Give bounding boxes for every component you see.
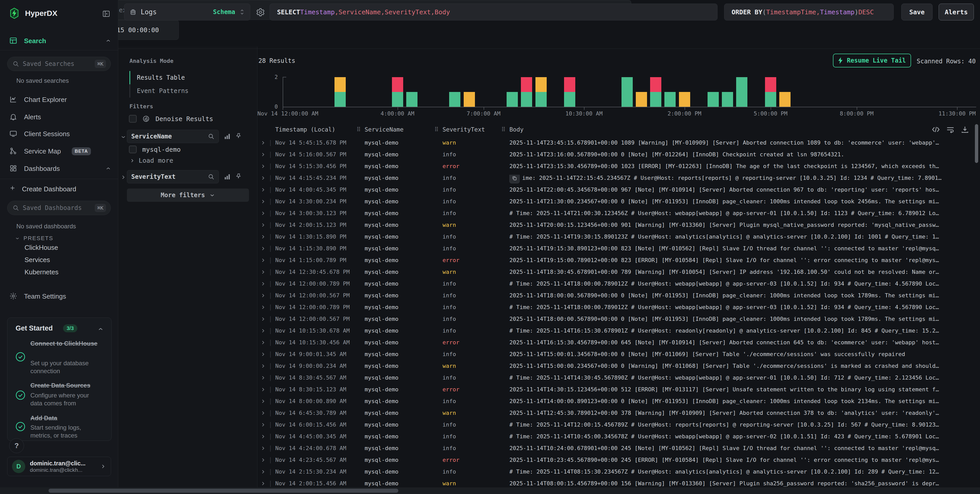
sidebar-item-team-settings[interactable]: Team Settings — [0, 290, 118, 303]
table-row[interactable]: Nov 14 8:30:15.123 AM mysql-demo error 2… — [258, 384, 980, 396]
table-row[interactable]: Nov 14 1:15:30.890 PM mysql-demo info 20… — [258, 243, 980, 255]
row-expand-icon[interactable] — [261, 222, 266, 228]
alerts-button[interactable]: Alerts — [939, 3, 974, 21]
histogram-bar-500pm[interactable] — [765, 77, 776, 107]
preset-item-services[interactable]: Services — [24, 256, 50, 264]
collapse-sidebar-icon[interactable] — [102, 10, 110, 18]
row-expand-icon[interactable] — [261, 281, 266, 287]
presets-header[interactable]: PRESETS — [15, 235, 53, 242]
histogram-bar-130pm[interactable] — [664, 92, 676, 107]
table-row[interactable]: Nov 14 10:15:30.678 AM mysql-demo info #… — [258, 325, 980, 337]
sidebar-item-search[interactable]: Search — [0, 35, 118, 47]
histogram-bar-400pm[interactable] — [736, 77, 748, 107]
table-row[interactable]: Nov 14 10:15:30.456 AM mysql-demo error … — [258, 337, 980, 349]
row-expand-icon[interactable] — [261, 293, 266, 298]
source-select[interactable]: Logs Schema — [124, 3, 250, 21]
get-started-step-title[interactable]: Create Data Sources — [30, 382, 98, 389]
row-expand-icon[interactable] — [261, 258, 266, 263]
row-expand-icon[interactable] — [261, 351, 266, 357]
histogram-bar-200am[interactable] — [334, 77, 346, 107]
chevron-down-icon[interactable] — [120, 134, 126, 140]
pin-icon[interactable] — [235, 173, 242, 180]
row-expand-icon[interactable] — [261, 164, 266, 169]
row-expand-icon[interactable] — [261, 434, 266, 439]
search-icon[interactable] — [208, 174, 215, 180]
saved-dashboards-input[interactable]: Saved Dashboards ⌘K — [7, 201, 111, 215]
histogram-bar-300pm[interactable] — [708, 92, 719, 107]
drag-handle-icon[interactable]: ⠿ — [501, 126, 506, 133]
sidebar-item-service-map[interactable]: Service Map BETA — [0, 145, 118, 157]
row-expand-icon[interactable] — [261, 387, 266, 392]
denoise-results-row[interactable]: Denoise Results — [129, 115, 213, 123]
resume-live-tail-button[interactable]: Resume Live Tail — [833, 54, 911, 67]
table-row[interactable]: Nov 14 12:00:00.789 PM mysql-demo info #… — [258, 278, 980, 290]
row-expand-icon[interactable] — [261, 457, 266, 463]
user-card[interactable]: D dominic.tran@clic... dominic.tran@clic… — [7, 457, 111, 476]
table-row[interactable]: Nov 14 3:00:30.123 PM mysql-demo info # … — [258, 208, 980, 220]
table-row[interactable]: Nov 14 8:30:45.567 AM mysql-demo info # … — [258, 372, 980, 384]
column-header-timestamp[interactable]: Timestamp (Local) — [275, 126, 335, 133]
table-row[interactable]: Nov 14 4:23:45.567 AM mysql-demo error 2… — [258, 454, 980, 466]
histogram-bar-400am[interactable] — [392, 77, 403, 107]
histogram-bar-200pm[interactable] — [679, 92, 690, 107]
row-expand-icon[interactable] — [261, 375, 266, 381]
histogram-bar-900am[interactable] — [535, 77, 547, 107]
table-row[interactable]: Nov 14 5:16:00.567 PM mysql-demo info 20… — [258, 149, 980, 161]
copy-icon[interactable] — [509, 175, 520, 183]
column-header-severitytext[interactable]: SeverityText — [442, 126, 485, 133]
table-row[interactable]: Nov 14 12:00:00.789 PM mysql-demo info #… — [258, 302, 980, 313]
get-started-step-title[interactable]: Connect to ClickHouse — [30, 340, 98, 347]
table-row[interactable]: Nov 14 4:15:45.234 PM mysql-demo info im… — [258, 172, 980, 184]
chevron-right-icon[interactable] — [120, 174, 126, 180]
row-expand-icon[interactable] — [261, 152, 266, 157]
row-expand-icon[interactable] — [261, 316, 266, 322]
row-expand-icon[interactable] — [261, 469, 266, 475]
order-by-input[interactable]: ORDER BY (TimestampTime, Timestamp) DESC — [724, 3, 894, 21]
denoise-checkbox[interactable] — [129, 115, 137, 123]
row-expand-icon[interactable] — [261, 199, 266, 204]
row-expand-icon[interactable] — [261, 269, 266, 275]
row-expand-icon[interactable] — [261, 340, 266, 345]
histogram-bar-330pm[interactable] — [722, 92, 733, 107]
code-view-icon[interactable] — [931, 125, 940, 134]
table-row[interactable]: Nov 14 5:45:15.678 PM mysql-demo warn 20… — [258, 137, 980, 149]
row-expand-icon[interactable] — [261, 234, 266, 240]
bar-chart-icon[interactable] — [223, 132, 231, 140]
row-expand-icon[interactable] — [261, 445, 266, 451]
table-row[interactable]: Nov 14 8:00:00.890 AM mysql-demo info 20… — [258, 396, 980, 407]
table-row[interactable]: Nov 14 12:00:00.567 PM mysql-demo info 2… — [258, 313, 980, 325]
table-row[interactable]: Nov 14 4:45:00.345 AM mysql-demo info # … — [258, 431, 980, 443]
table-row[interactable]: Nov 14 4:24:00.678 AM mysql-demo info 20… — [258, 443, 980, 454]
table-row[interactable]: Nov 14 12:00:00.567 PM mysql-demo info 2… — [258, 290, 980, 302]
column-header-servicename[interactable]: ServiceName — [364, 126, 403, 133]
row-expand-icon[interactable] — [261, 175, 266, 181]
histogram-bar-800am[interactable] — [507, 92, 518, 107]
sidebar-item-chart-explorer[interactable]: Chart Explorer — [0, 94, 118, 106]
row-expand-icon[interactable] — [261, 481, 266, 486]
get-started-step-title[interactable]: Add Data — [30, 414, 98, 422]
sidebar-item-alerts[interactable]: Alerts — [0, 111, 118, 123]
histogram-bar-1200pm[interactable] — [622, 77, 633, 107]
tab-event-patterns[interactable]: Event Patterns — [129, 84, 214, 97]
histogram-bar-1230pm[interactable] — [636, 92, 647, 107]
results-histogram[interactable]: 2 0 Nov 14 12:00:00 AM4:00:00 AM7:00:00 … — [258, 75, 980, 120]
row-expand-icon[interactable] — [261, 140, 266, 146]
row-expand-icon[interactable] — [261, 363, 266, 369]
create-dashboard-button[interactable]: Create Dashboard — [0, 183, 118, 195]
row-expand-icon[interactable] — [261, 422, 266, 428]
histogram-bar-1000am[interactable] — [564, 77, 575, 107]
bar-chart-icon[interactable] — [223, 173, 231, 180]
table-row[interactable]: Nov 14 9:00:01.345 AM mysql-demo info 20… — [258, 349, 980, 360]
preset-item-clickhouse[interactable]: ClickHouse — [24, 244, 58, 252]
horizontal-scrollbar-thumb[interactable] — [49, 489, 398, 493]
histogram-bar-530pm[interactable] — [779, 92, 791, 107]
table-row[interactable]: Nov 14 5:15:30.456 PM mysql-demo error 2… — [258, 161, 980, 172]
wrap-text-icon[interactable] — [946, 125, 955, 134]
saved-searches-input[interactable]: Saved Searches ⌘K — [7, 57, 111, 71]
table-row[interactable]: Nov 14 1:30:15.890 PM mysql-demo info # … — [258, 231, 980, 243]
row-expand-icon[interactable] — [261, 410, 266, 416]
row-expand-icon[interactable] — [261, 328, 266, 334]
histogram-bar-100pm[interactable] — [650, 77, 661, 107]
drag-handle-icon[interactable]: ⠿ — [356, 126, 361, 133]
chevron-up-icon[interactable] — [97, 326, 104, 333]
